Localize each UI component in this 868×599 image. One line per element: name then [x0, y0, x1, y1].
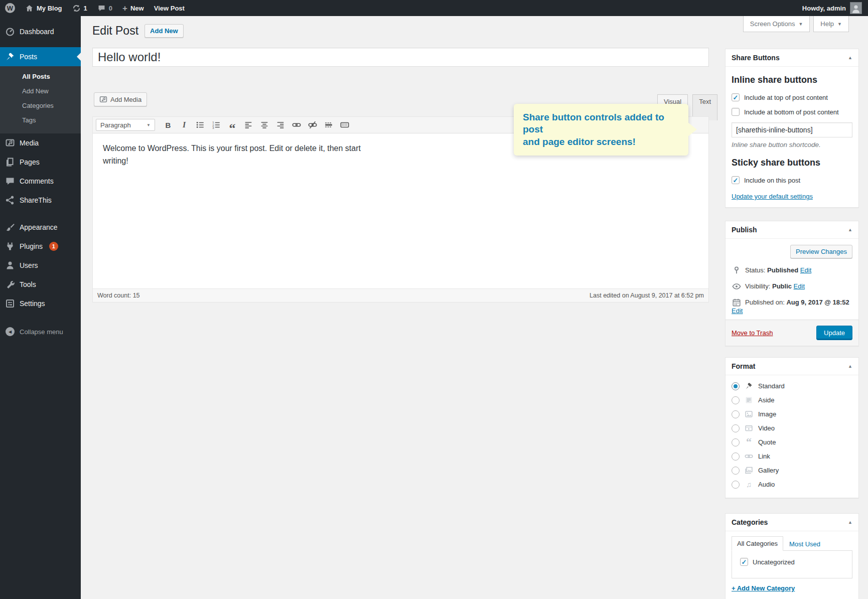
include-bottom-checkbox-row[interactable]: ✓ Include at bottom of post content — [732, 108, 852, 116]
update-button[interactable]: Update — [816, 326, 852, 340]
site-name-menu[interactable]: My Blog — [20, 0, 67, 16]
collapse-toggle-icon[interactable]: ▲ — [848, 520, 852, 525]
sidebar-item-settings[interactable]: Settings — [0, 294, 81, 313]
post-status-icon — [732, 266, 741, 275]
radio-unselected[interactable] — [732, 424, 740, 432]
collapse-toggle-icon[interactable]: ▲ — [848, 364, 852, 369]
move-to-trash-link[interactable]: Move to Trash — [732, 329, 773, 337]
add-new-category-link[interactable]: + Add New Category — [732, 584, 795, 592]
sidebar-item-pages[interactable]: Pages — [0, 153, 81, 172]
format-option-image[interactable]: Image — [732, 410, 852, 418]
word-count: Word count: 15 — [97, 292, 140, 299]
read-more-tag-button[interactable] — [322, 118, 336, 131]
sidebar-item-tags[interactable]: Tags — [0, 113, 81, 127]
sidebar-item-appearance[interactable]: Appearance — [0, 218, 81, 237]
sidebar-item-all-posts[interactable]: All Posts — [0, 69, 81, 84]
new-content-menu[interactable]: + New — [117, 0, 149, 16]
category-checkbox-row[interactable]: ✓ Uncategorized — [740, 558, 847, 566]
share-icon — [5, 195, 15, 205]
radio-unselected[interactable] — [732, 467, 740, 475]
status-row: Status: Published Edit — [732, 266, 852, 274]
view-post-menu[interactable]: View Post — [149, 0, 190, 16]
radio-selected[interactable] — [732, 382, 740, 390]
italic-button[interactable]: I — [177, 118, 191, 131]
preview-changes-button[interactable]: Preview Changes — [790, 245, 852, 258]
update-default-settings-link[interactable]: Update your default settings — [732, 193, 813, 200]
bold-button[interactable]: B — [161, 118, 175, 131]
format-option-gallery[interactable]: Gallery — [732, 466, 852, 475]
radio-unselected[interactable] — [732, 453, 740, 461]
updates-menu[interactable]: 1 — [67, 0, 92, 16]
callout-text: and page editor screens! — [523, 136, 679, 148]
metabox-title: Format — [732, 362, 755, 370]
format-header[interactable]: Format ▲ — [726, 358, 858, 375]
wordpress-logo-menu[interactable]: W — [0, 0, 20, 16]
format-option-aside[interactable]: Aside — [732, 396, 852, 404]
insert-link-button[interactable] — [290, 118, 304, 131]
radio-unselected[interactable] — [732, 396, 740, 404]
radio-unselected[interactable] — [732, 438, 740, 446]
sidebar-item-sharethis[interactable]: ShareThis — [0, 191, 81, 210]
screen-options-button[interactable]: Screen Options ▼ — [743, 16, 810, 32]
paragraph-format-value: Paragraph — [100, 121, 131, 129]
radio-unselected[interactable] — [732, 481, 740, 489]
include-on-post-checkbox-row[interactable]: ✓ Include on this post — [732, 176, 852, 184]
editor-content[interactable]: Welcome to WordPress. This is your first… — [93, 133, 708, 288]
remove-link-button[interactable] — [306, 118, 320, 131]
sidebar-item-posts[interactable]: Posts — [0, 47, 81, 66]
numbered-list-button[interactable]: 123 — [209, 118, 223, 131]
checkbox-unchecked[interactable]: ✓ — [732, 108, 740, 116]
tab-all-categories[interactable]: All Categories — [732, 536, 783, 551]
edit-status-link[interactable]: Edit — [800, 266, 811, 274]
add-new-button[interactable]: Add New — [144, 24, 184, 38]
format-option-quote[interactable]: “ Quote — [732, 438, 852, 446]
paragraph-format-dropdown[interactable]: Paragraph ▼ — [96, 119, 155, 131]
format-option-video[interactable]: Video — [732, 424, 852, 432]
visibility-value: Public — [772, 282, 792, 290]
sidebar-item-categories[interactable]: Categories — [0, 98, 81, 113]
sticky-share-heading: Sticky share buttons — [732, 158, 852, 168]
include-top-checkbox-row[interactable]: ✓ Include at top of post content — [732, 93, 852, 101]
add-media-button[interactable]: Add Media — [94, 92, 147, 106]
content-area: Screen Options ▼ Help ▼ Edit Post Add Ne… — [81, 16, 868, 599]
post-title-input[interactable] — [92, 48, 709, 67]
category-list-panel: ✓ Uncategorized — [732, 550, 852, 578]
help-button[interactable]: Help ▼ — [813, 16, 849, 32]
sidebar-item-comments[interactable]: Comments — [0, 172, 81, 191]
align-left-button[interactable] — [241, 118, 255, 131]
blockquote-button[interactable]: “ — [225, 118, 239, 131]
categories-metabox: Categories ▲ All Categories Most Used ✓ … — [725, 513, 859, 599]
comments-menu[interactable]: 0 — [92, 0, 117, 16]
bulleted-list-button[interactable] — [193, 118, 207, 131]
format-option-standard[interactable]: Standard — [732, 382, 852, 390]
updates-count: 1 — [84, 5, 87, 12]
shortcode-input[interactable] — [732, 122, 852, 137]
collapse-menu-button[interactable]: ◀ Collapse menu — [0, 322, 81, 341]
format-option-link[interactable]: Link — [732, 452, 852, 461]
tab-most-used[interactable]: Most Used — [783, 537, 826, 551]
collapse-toggle-icon[interactable]: ▲ — [848, 55, 852, 60]
checkbox-checked[interactable]: ✓ — [740, 558, 748, 566]
format-option-audio[interactable]: ♫ Audio — [732, 480, 852, 489]
checkbox-checked[interactable]: ✓ — [732, 93, 740, 101]
align-right-button[interactable] — [273, 118, 287, 131]
toolbar-toggle-button[interactable] — [338, 118, 352, 131]
collapse-toggle-icon[interactable]: ▲ — [848, 227, 852, 232]
sidebar-item-add-new[interactable]: Add New — [0, 84, 81, 98]
share-buttons-header[interactable]: Share Buttons ▲ — [726, 49, 858, 67]
my-account-menu[interactable]: Howdy, admin — [800, 0, 864, 16]
sidebar-item-plugins[interactable]: Plugins 1 — [0, 237, 81, 256]
edit-visibility-link[interactable]: Edit — [794, 282, 805, 290]
categories-header[interactable]: Categories ▲ — [726, 514, 858, 531]
publish-header[interactable]: Publish ▲ — [726, 221, 858, 239]
help-label: Help — [820, 20, 834, 28]
publish-metabox: Publish ▲ Preview Changes Status: Publis… — [725, 221, 859, 346]
checkbox-checked[interactable]: ✓ — [732, 176, 740, 184]
sidebar-item-media[interactable]: Media — [0, 133, 81, 153]
sidebar-item-dashboard[interactable]: Dashboard — [0, 22, 81, 41]
radio-unselected[interactable] — [732, 410, 740, 418]
sidebar-item-tools[interactable]: Tools — [0, 275, 81, 294]
align-center-button[interactable] — [257, 118, 271, 131]
edit-published-link[interactable]: Edit — [732, 307, 743, 315]
sidebar-item-users[interactable]: Users — [0, 256, 81, 275]
